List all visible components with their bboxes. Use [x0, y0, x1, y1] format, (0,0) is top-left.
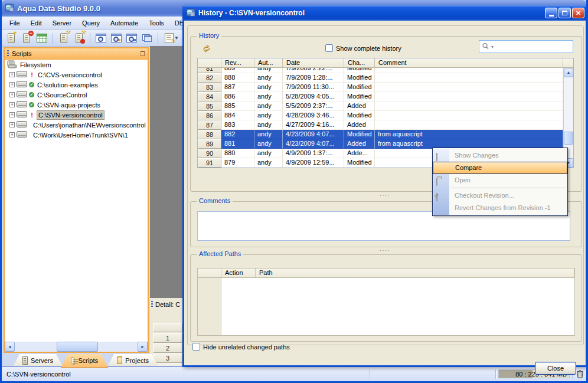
scroll-up-icon[interactable]: ▲	[564, 68, 573, 77]
column-header-change[interactable]: Cha...	[344, 58, 375, 68]
cell-rownum[interactable]: 90	[198, 149, 221, 158]
cell-author[interactable]: andy	[254, 139, 283, 149]
cell-author[interactable]: andy	[254, 130, 283, 139]
cell-date[interactable]: 4/9/2009 1:37:...	[283, 149, 344, 158]
expand-plus-icon[interactable]	[9, 92, 15, 97]
column-header-action[interactable]: Action	[221, 269, 256, 278]
cell-change[interactable]: Modified	[344, 111, 375, 120]
cell-rownum[interactable]: 84	[198, 92, 221, 102]
cell-comment[interactable]	[375, 92, 563, 102]
detail-grid-row-number[interactable]: 1	[153, 333, 182, 343]
cell-revision[interactable]: 888	[221, 73, 254, 83]
cell-date[interactable]: 4/28/2009 3:46...	[283, 111, 344, 120]
column-header-author[interactable]: Aut...	[254, 58, 283, 68]
table-row[interactable]: 83 887 andy 7/9/2009 11:30... Modified	[198, 83, 563, 92]
scrollbar-thumb[interactable]	[564, 132, 573, 145]
minimize-button[interactable]	[545, 8, 557, 18]
scrollbar-thumb[interactable]	[57, 342, 98, 352]
grip-handle-icon[interactable]	[151, 301, 153, 308]
cell-author[interactable]: andy	[254, 158, 283, 168]
cell-rownum[interactable]: 86	[198, 111, 221, 120]
cell-revision[interactable]: 882	[221, 130, 254, 139]
expand-plus-icon[interactable]	[9, 72, 15, 77]
cell-comment[interactable]	[375, 83, 563, 92]
cell-revision[interactable]: 886	[221, 92, 254, 102]
server-tools-button[interactable]	[57, 31, 71, 45]
query-window-button[interactable]	[109, 31, 123, 45]
cell-revision[interactable]: 883	[221, 120, 254, 130]
cell-date[interactable]: 4/9/2009 12:59...	[283, 158, 344, 168]
cell-change[interactable]: Added	[344, 120, 375, 130]
search-input[interactable]	[495, 42, 573, 51]
cell-date[interactable]: 5/28/2009 4:05...	[283, 92, 344, 102]
cell-change[interactable]: Added	[344, 139, 375, 149]
garbage-collect-button[interactable]	[576, 370, 584, 379]
column-header-rownum[interactable]	[198, 58, 221, 68]
cell-date[interactable]: 7/9/2009 1:28:...	[283, 73, 344, 83]
query-analyzer-button[interactable]	[94, 31, 108, 45]
scroll-left-icon[interactable]: ◄	[5, 342, 15, 352]
cell-rownum[interactable]: 91	[198, 158, 221, 168]
scroll-right-icon[interactable]: ►	[138, 342, 148, 352]
register-server-button[interactable]	[4, 31, 18, 45]
cell-revision[interactable]: 880	[221, 149, 254, 158]
close-window-button[interactable]: ✕	[572, 8, 584, 18]
table-row[interactable]: 85 885 andy 5/5/2009 2:37:... Added	[198, 102, 563, 111]
tree-item-cvs-versioncontrol[interactable]: ! C:\CVS-versioncontrol	[5, 70, 148, 80]
menu-item-edit[interactable]: Edit	[25, 18, 47, 28]
table-row[interactable]: 82 888 andy 7/9/2009 1:28:... Modified	[198, 73, 563, 83]
menu-item-server[interactable]: Server	[47, 18, 77, 28]
cell-comment[interactable]	[375, 73, 563, 83]
cell-change[interactable]: Modified	[344, 130, 375, 139]
cell-rownum[interactable]: 81	[198, 68, 221, 73]
cell-revision[interactable]: 884	[221, 111, 254, 120]
cell-author[interactable]: andy	[254, 73, 283, 83]
search-dropdown-caret-icon[interactable]: ▾	[491, 44, 494, 50]
expand-plus-icon[interactable]	[9, 132, 15, 138]
column-header-comment[interactable]: Comment	[375, 58, 563, 68]
table-row[interactable]: 84 886 andy 5/28/2009 4:05... Modified	[198, 92, 563, 102]
cell-comment[interactable]	[375, 102, 563, 111]
cell-author[interactable]: andy	[254, 92, 283, 102]
server-remove-tools-button[interactable]	[72, 31, 86, 45]
column-header-rownum[interactable]	[198, 269, 221, 278]
cell-rownum[interactable]: 87	[198, 120, 221, 130]
cell-change[interactable]: Modified	[344, 158, 375, 168]
cell-rownum[interactable]: 85	[198, 102, 221, 111]
cell-rownum[interactable]: 83	[198, 83, 221, 92]
cell-revision[interactable]: 881	[221, 139, 254, 149]
table-row[interactable]: 86 884 andy 4/28/2009 3:46... Modified	[198, 111, 563, 120]
cell-revision[interactable]: 887	[221, 83, 254, 92]
schema-browser-button[interactable]	[140, 31, 154, 45]
grip-handle-icon[interactable]	[7, 50, 9, 57]
cell-comment[interactable]	[375, 120, 563, 130]
tree-item-work-userhome-trunk[interactable]: C:\Work\UserHome\Trunk\SVN\1	[5, 130, 148, 140]
tree-item-new-versionscontrol[interactable]: C:\Users\jonathan\NEWversionscontrol	[5, 120, 148, 130]
cell-change[interactable]: Adde...	[344, 149, 375, 158]
cell-rownum[interactable]: 82	[198, 73, 221, 83]
cell-rownum[interactable]: 88	[198, 130, 221, 139]
tree-root-filesystem[interactable]: Filesystem	[5, 60, 148, 70]
table-row-selected[interactable]: 88 882 andy 4/23/2009 4:07... Modified f…	[198, 130, 563, 139]
table-data-button[interactable]	[35, 31, 49, 45]
cell-rownum[interactable]: 89	[198, 139, 221, 149]
table-row[interactable]: 81 889 andy 7/9/2009 2:22:... Modified	[198, 68, 563, 73]
cell-author[interactable]: andy	[254, 102, 283, 111]
cell-date[interactable]: 4/27/2009 4:16...	[283, 120, 344, 130]
menu-item-checkout-revision[interactable]: Checkout Revision...	[433, 189, 567, 202]
cell-comment[interactable]	[375, 111, 563, 120]
cell-comment[interactable]: from aquascript	[375, 130, 563, 139]
cell-author[interactable]: andy	[254, 111, 283, 120]
cell-date[interactable]: 7/9/2009 2:22:...	[283, 68, 344, 73]
cell-author[interactable]: andy	[254, 149, 283, 158]
column-header-date[interactable]: Date	[283, 58, 344, 68]
cell-change[interactable]: Modified	[344, 92, 375, 102]
cell-revision[interactable]: 889	[221, 68, 254, 73]
cell-change[interactable]: Modified	[344, 68, 375, 73]
tree-item-solution-examples[interactable]: ✓ C:\solution-examples	[5, 80, 148, 90]
tree-item-svn-versioncontrol[interactable]: ! C:\SVN-versioncontrol	[5, 110, 148, 120]
cell-revision[interactable]: 885	[221, 102, 254, 111]
maximize-button[interactable]	[558, 8, 571, 18]
query-builder-button[interactable]	[125, 31, 139, 45]
cell-author[interactable]: andy	[254, 68, 283, 73]
